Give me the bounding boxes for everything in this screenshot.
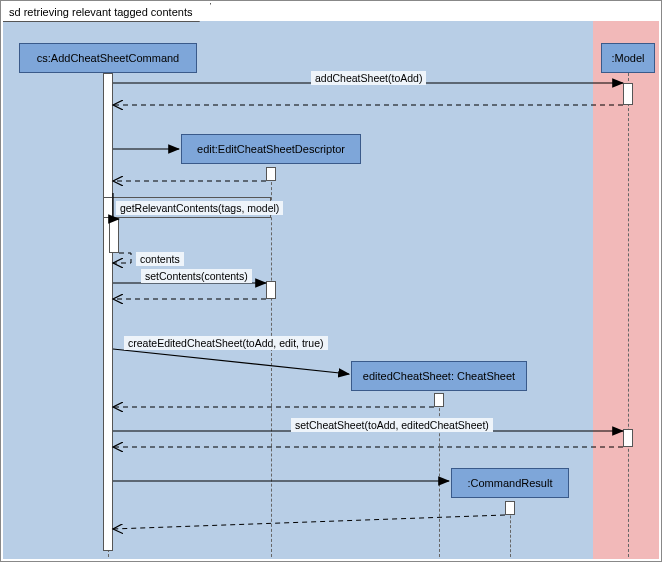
msg-contents-return: contents — [136, 252, 184, 266]
svg-line-6 — [113, 349, 349, 374]
participant-edit: edit:EditCheatSheetDescriptor — [181, 134, 361, 164]
msg-getRelevantContents: getRelevantContents(tags, model) — [116, 201, 283, 215]
participant-model: :Model — [601, 43, 655, 73]
participant-cs: cs:AddCheatSheetCommand — [19, 43, 197, 73]
sequence-diagram: sd retrieving relevant tagged contents c… — [0, 0, 662, 562]
participant-edited: editedCheatSheet: CheatSheet — [351, 361, 527, 391]
msg-setCheatSheet: setCheatSheet(toAdd, editedCheatSheet) — [291, 418, 493, 432]
msg-setContents: setContents(contents) — [141, 269, 252, 283]
participant-result: :CommandResult — [451, 468, 569, 498]
msg-createEdited: createEditedCheatSheet(toAdd, edit, true… — [124, 336, 328, 350]
msg-addCheatSheet: addCheatSheet(toAdd) — [311, 71, 426, 85]
svg-line-11 — [113, 515, 505, 529]
